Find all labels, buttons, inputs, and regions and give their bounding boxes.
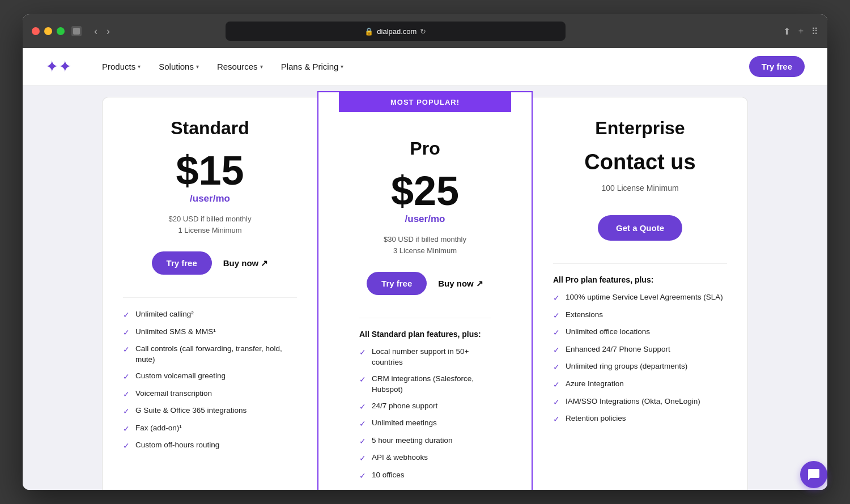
pro-price: $25: [359, 170, 491, 211]
list-item: ✓100% uptime Service Level Agreements (S…: [553, 292, 727, 304]
pro-inner: Pro $25 /user/mo $30 USD if billed month…: [339, 112, 511, 490]
check-icon: ✓: [553, 310, 560, 322]
pro-billing-line1: $30 USD if billed monthly: [384, 235, 466, 244]
get-quote-button[interactable]: Get a Quote: [598, 215, 682, 241]
standard-billing-line1: $20 USD if billed monthly: [169, 215, 252, 223]
nav-item-solutions[interactable]: Solutions ▾: [151, 57, 207, 76]
extensions-button[interactable]: ⠿: [811, 26, 818, 37]
browser-actions: ⬆ + ⠿: [783, 26, 818, 37]
nav-item-products[interactable]: Products ▾: [94, 57, 148, 76]
enterprise-divider: [553, 263, 727, 264]
list-item: ✓G Suite & Office 365 integrations: [123, 405, 297, 417]
check-icon: ✓: [553, 414, 560, 425]
svg-rect-0: [73, 28, 80, 35]
traffic-lights: [32, 27, 65, 35]
check-icon: ✓: [359, 453, 366, 464]
tab-icon: [71, 26, 82, 36]
check-icon: ✓: [123, 310, 130, 321]
check-icon: ✓: [553, 293, 560, 304]
try-free-nav-button[interactable]: Try free: [749, 56, 805, 77]
list-item: ✓Extensions: [553, 310, 727, 322]
standard-plan-card: Standard $15 /user/mo $20 USD if billed …: [102, 97, 317, 490]
check-icon: ✓: [123, 327, 130, 339]
navbar: ✦✦ Products ▾ Solutions ▾ Resources ▾ Pl…: [23, 48, 827, 86]
browser-chrome: ‹ › 🔒 dialpad.com ↻ ⬆ + ⠿: [23, 14, 827, 48]
standard-try-free-button[interactable]: Try free: [152, 251, 212, 275]
most-popular-badge: MOST POPULAR!: [339, 92, 511, 112]
url-text: dialpad.com: [377, 27, 416, 36]
standard-features-list: ✓Unlimited calling² ✓Unlimited SMS & MMS…: [123, 309, 297, 452]
list-item: ✓10 offices: [359, 470, 491, 482]
list-item: ✓Voicemail transcription: [123, 388, 297, 400]
security-icon: 🔒: [364, 27, 373, 36]
enterprise-features-list: ✓100% uptime Service Level Agreements (S…: [553, 292, 727, 425]
list-item: ✓API & webhooks: [359, 452, 491, 464]
chevron-down-icon: ▾: [138, 63, 141, 70]
share-button[interactable]: ⬆: [783, 26, 790, 37]
enterprise-contact-us: Contact us: [553, 150, 727, 174]
plans-section: Standard $15 /user/mo $20 USD if billed …: [23, 86, 827, 490]
pro-per-user: /user/mo: [359, 213, 491, 225]
enterprise-features-header: All Pro plan features, plus:: [553, 275, 727, 284]
standard-buy-now-link[interactable]: Buy now ↗: [223, 258, 269, 268]
close-button[interactable]: [32, 27, 40, 35]
check-icon: ✓: [123, 424, 130, 435]
list-item: ✓Retention policies: [553, 413, 727, 425]
list-item: ✓Unlimited SMS & MMS¹: [123, 327, 297, 339]
pro-buy-now-link[interactable]: Buy now ↗: [438, 279, 483, 289]
enterprise-plan-card: Enterprise Contact us 100 License Minimu…: [533, 97, 748, 490]
list-item: ✓IAM/SSO Integrations (Okta, OneLogin): [553, 396, 727, 408]
fullscreen-button[interactable]: [57, 27, 65, 35]
logo: ✦✦: [45, 57, 71, 76]
list-item: ✓Custom off-hours routing: [123, 440, 297, 452]
minimize-button[interactable]: [44, 27, 52, 35]
logo-icon: ✦✦: [45, 57, 71, 76]
address-bar[interactable]: 🔒 dialpad.com ↻: [226, 22, 566, 41]
pro-billing-line2: 3 License Minimum: [393, 246, 457, 255]
check-icon: ✓: [123, 371, 130, 383]
new-tab-button[interactable]: +: [798, 26, 804, 37]
enterprise-license-note: 100 License Minimum: [553, 183, 727, 193]
nav-item-pricing[interactable]: Plans & Pricing ▾: [273, 57, 352, 76]
check-icon: ✓: [359, 402, 366, 413]
nav-links: Products ▾ Solutions ▾ Resources ▾ Plans…: [94, 57, 749, 76]
check-icon: ✓: [359, 471, 366, 482]
list-item: ✓Local number support in 50+ countries: [359, 347, 491, 368]
standard-billing-line2: 1 License Minimum: [178, 226, 242, 234]
check-icon: ✓: [359, 347, 366, 358]
enterprise-plan-name: Enterprise: [553, 118, 727, 139]
list-item: ✓Unlimited meetings: [359, 418, 491, 430]
list-item: ✓25 ring groups (departments): [359, 488, 491, 490]
check-icon: ✓: [553, 327, 560, 339]
list-item: ✓Custom voicemail greeting: [123, 371, 297, 383]
standard-divider: [123, 297, 297, 298]
refresh-icon[interactable]: ↻: [420, 27, 426, 36]
list-item: ✓CRM integrations (Salesforce, Hubspot): [359, 374, 491, 395]
nav-label-solutions: Solutions: [159, 62, 194, 71]
nav-label-pricing: Plans & Pricing: [281, 62, 339, 71]
standard-price: $15: [123, 150, 297, 191]
pro-billing-note: $30 USD if billed monthly 3 License Mini…: [359, 234, 491, 256]
forward-button[interactable]: ›: [103, 24, 113, 39]
check-icon: ✓: [553, 379, 560, 391]
browser-navigation: ‹ ›: [91, 24, 113, 39]
browser-window: ‹ › 🔒 dialpad.com ↻ ⬆ + ⠿ ✦✦ Products ▾: [23, 14, 827, 490]
pro-plan-card: MOST POPULAR! Pro $25 /user/mo $30 USD i…: [317, 91, 533, 490]
chevron-down-icon: ▾: [196, 63, 199, 70]
back-button[interactable]: ‹: [91, 24, 101, 39]
pro-try-free-button[interactable]: Try free: [367, 272, 427, 295]
list-item: ✓Enhanced 24/7 Phone Support: [553, 344, 727, 356]
pro-plan-name: Pro: [359, 138, 491, 159]
check-icon: ✓: [359, 436, 366, 447]
list-item: ✓Fax (add-on)¹: [123, 423, 297, 435]
check-icon: ✓: [359, 374, 366, 386]
list-item: ✓Azure Integration: [553, 379, 727, 391]
chat-bubble-button[interactable]: [800, 461, 827, 488]
chat-icon: [807, 468, 821, 481]
list-item: ✓24/7 phone support: [359, 401, 491, 413]
list-item: ✓Unlimited office locations: [553, 327, 727, 339]
standard-plan-actions: Try free Buy now ↗: [123, 251, 297, 275]
check-icon: ✓: [553, 362, 560, 373]
nav-item-resources[interactable]: Resources ▾: [209, 57, 271, 76]
chevron-down-icon: ▾: [260, 63, 263, 70]
